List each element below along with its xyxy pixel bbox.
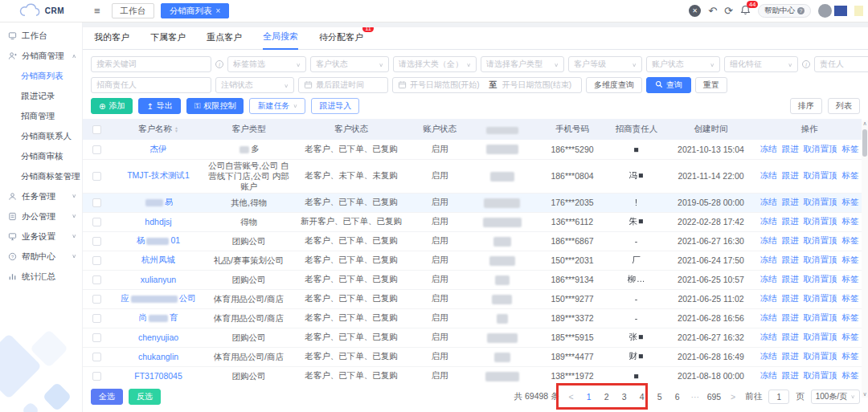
row-action-3[interactable]: 标签 [842,312,859,322]
row-action-2[interactable]: 取消置顶 [804,293,837,303]
export-button[interactable]: ↥导出 [138,98,180,114]
page-size-select[interactable]: 100条/页 ∨ [811,390,860,404]
cell-text[interactable]: 易 [165,197,174,206]
row-action-3[interactable]: 标签 [842,293,859,303]
row-action-3[interactable]: 标签 [842,197,859,206]
row-action-0[interactable]: 冻结 [760,293,777,303]
cell-text[interactable]: 杨 [137,235,145,245]
row-checkbox[interactable] [92,172,101,181]
filter-select-7[interactable]: 细化特征∨ [724,56,798,72]
row-action-0[interactable]: 冻结 [760,351,777,361]
sort-button[interactable]: 排序 [790,98,822,114]
sidebar-item-12[interactable]: 统计汇总 [0,267,82,287]
sort-icon[interactable]: ▲▼ [174,126,178,133]
filter-input-8[interactable]: 责任人 [814,56,868,72]
row-action-3[interactable]: 标签 [842,255,859,264]
follow-import-button[interactable]: 跟进导入 [311,98,359,114]
row-action-0[interactable]: 冻结 [760,235,777,245]
cell-text[interactable]: 杭州凤城 [141,255,175,264]
permission-control-button[interactable]: ⚿权限控制 [186,98,244,114]
row-action-1[interactable]: 跟进 [782,293,799,303]
filter-button-6[interactable]: 重置 [695,77,727,93]
page-tab-4[interactable]: 待分配客户11 [319,31,363,49]
sidebar-item-10[interactable]: 业务设置∨ [0,226,82,247]
page-tab-0[interactable]: 我的客户 [94,31,129,49]
row-action-1[interactable]: 跟进 [782,170,799,180]
filter-daterange-3[interactable]: 开号日期范围(开始)至开号日期范围(结束) [392,77,582,93]
page-number-6[interactable]: 6 [672,392,683,402]
page-number-5[interactable]: 5 [654,392,665,402]
filter-button-4[interactable]: 多维度查询 [586,77,642,93]
sidebar-item-6[interactable]: 分销商审核 [0,146,82,166]
query-button[interactable]: 查询 [646,77,691,93]
sidebar-item-2[interactable]: 分销商列表 [0,66,82,86]
close-icon[interactable]: × [216,6,221,15]
scrollbar-thumb[interactable] [862,129,867,157]
cell-text[interactable]: hdhdjsj [145,217,171,226]
row-action-2[interactable]: 取消置顶 [804,197,837,206]
help-center-button[interactable]: 帮助中心 ? [758,4,811,18]
sidebar-item-5[interactable]: 分销商联系人 [0,126,82,146]
cell-text[interactable]: 01 [170,235,180,245]
row-checkbox[interactable] [92,353,101,361]
sidebar-item-1[interactable]: 分销商管理∧ [0,46,82,66]
row-action-3[interactable]: 标签 [842,274,859,284]
row-action-3[interactable]: 标签 [842,235,859,245]
row-checkbox[interactable] [92,275,101,284]
row-action-3[interactable]: 标签 [842,216,859,226]
sidebar-item-8[interactable]: 任务管理∨ [0,186,82,206]
row-checkbox[interactable] [92,295,101,304]
filter-select-6[interactable]: 账户状态∨ [646,56,720,72]
page-tab-3[interactable]: 全局搜索 [263,31,298,50]
row-action-2[interactable]: 取消置顶 [804,235,837,245]
row-action-0[interactable]: 冻结 [760,274,777,284]
sidebar-item-9[interactable]: 办公管理∨ [0,206,82,226]
filter-select-3[interactable]: 请选择大类（全）∨ [393,56,477,72]
row-checkbox[interactable] [92,333,101,342]
sidebar-item-4[interactable]: 招商管理 [0,106,82,126]
sidebar-item-11[interactable]: ?帮助中心∨ [0,247,82,267]
cell-text[interactable]: chenyujiao [138,332,178,342]
filter-input-0[interactable]: 招商责任人 [91,77,211,93]
cell-text[interactable]: TMJT-技术测试1 [127,170,190,180]
row-action-0[interactable]: 冻结 [760,197,777,206]
select-all-button[interactable]: 全选 [91,389,123,405]
cell-text[interactable]: 育 [170,312,178,322]
row-action-0[interactable]: 冻结 [760,170,777,180]
cell-text[interactable]: xulianyun [141,275,176,284]
row-action-0[interactable]: 冻结 [760,370,777,380]
filter-date-2[interactable]: 最后跟进时间 [298,77,388,93]
row-action-1[interactable]: 跟进 [782,351,799,361]
row-action-2[interactable]: 取消置顶 [804,170,837,180]
workspace-tab-0[interactable]: 工作台 [112,3,155,18]
row-action-1[interactable]: 跟进 [782,197,799,206]
row-action-1[interactable]: 跟进 [782,255,799,264]
next-page-button[interactable]: > [727,392,739,402]
table-scrollbar[interactable]: ∧ ∨ [862,120,868,398]
filter-select-1[interactable]: 注销状态∨ [215,77,294,93]
scroll-up-icon[interactable]: ∧ [862,120,866,127]
row-action-1[interactable]: 跟进 [782,216,799,226]
list-view-button[interactable]: 列表 [828,98,860,114]
cell-text[interactable]: 应 [121,293,129,303]
row-checkbox[interactable] [92,145,101,154]
row-checkbox[interactable] [92,237,101,246]
row-action-2[interactable]: 取消置顶 [804,312,837,322]
row-checkbox[interactable] [92,314,101,323]
prev-page-button[interactable]: < [566,392,577,402]
cell-text[interactable]: 公司 [179,293,196,303]
row-action-1[interactable]: 跟进 [782,235,799,245]
row-checkbox[interactable] [92,198,101,207]
filter-select-5[interactable]: 客户等级∨ [568,56,642,72]
sidebar-item-0[interactable]: 工作台 [0,26,82,46]
cell-text[interactable]: 杰伊 [150,144,167,153]
scroll-down-icon[interactable]: ∨ [862,391,866,398]
row-action-1[interactable]: 跟进 [782,312,799,322]
cell-text[interactable]: 尚 [139,312,148,322]
row-action-1[interactable]: 跟进 [782,144,799,153]
page-number-4[interactable]: 4 [637,392,648,402]
page-number-695[interactable]: 695 [707,392,722,402]
sidebar-item-3[interactable]: 跟进记录 [0,86,82,106]
select-all-checkbox[interactable] [92,125,101,134]
invert-select-button[interactable]: 反选 [129,389,161,405]
